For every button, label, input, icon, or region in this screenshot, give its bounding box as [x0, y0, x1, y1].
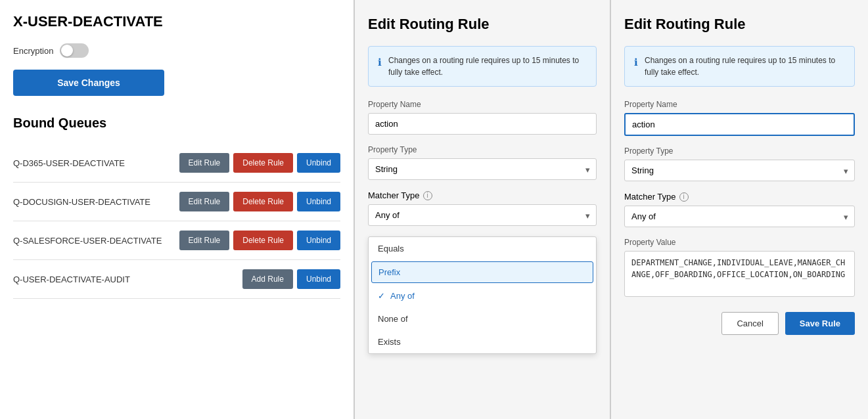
matcher-type-label-row: Matcher Type i: [624, 192, 855, 202]
matcher-info-icon[interactable]: i: [679, 192, 689, 202]
encryption-toggle[interactable]: [60, 43, 89, 58]
matcher-dropdown-menu: Equals Prefix ✓ Any of None of Exists: [368, 236, 597, 354]
add-rule-button[interactable]: Add Rule: [242, 269, 293, 289]
matcher-type-label-row: Matcher Type i: [368, 190, 597, 200]
queue-row: Q-SALESFORCE-USER-DEACTIVATE Edit Rule D…: [13, 221, 340, 260]
edit-rule-button[interactable]: Edit Rule: [179, 231, 230, 250]
matcher-type-label: Matcher Type: [624, 192, 676, 202]
dropdown-item-label: Any of: [390, 291, 415, 301]
property-type-select[interactable]: String: [368, 158, 597, 180]
dropdown-item-label: Prefix: [378, 267, 400, 277]
property-type-label: Property Type: [624, 146, 855, 156]
dropdown-item-anyof[interactable]: ✓ Any of: [369, 284, 596, 307]
info-icon: ℹ: [378, 55, 382, 70]
property-name-label: Property Name: [624, 100, 855, 109]
page-title: X-USER-DEACTIVATE: [13, 13, 340, 30]
bound-queues-title: Bound Queues: [13, 116, 340, 131]
matcher-type-select[interactable]: Any of: [368, 204, 597, 226]
check-icon: ✓: [378, 291, 385, 301]
property-type-select[interactable]: String: [624, 160, 855, 181]
toggle-thumb: [61, 45, 73, 56]
queue-buttons: Edit Rule Delete Rule Unbind: [179, 231, 340, 250]
queue-row: Q-USER-DEACTIVATE-AUDIT Add Rule Unbind: [13, 260, 340, 299]
property-name-label: Property Name: [368, 100, 597, 109]
toggle-track: [60, 43, 89, 58]
dropdown-item-label: None of: [378, 314, 408, 324]
delete-rule-button[interactable]: Delete Rule: [233, 153, 293, 173]
right-panel: Edit Routing Rule ℹ Changes on a routing…: [611, 0, 868, 419]
property-type-label: Property Type: [368, 145, 597, 154]
middle-panel-title: Edit Routing Rule: [368, 16, 597, 33]
dropdown-item-exists[interactable]: Exists: [369, 330, 596, 353]
info-text: Changes on a routing rule requires up to…: [645, 55, 845, 78]
property-value-label: Property Value: [624, 238, 855, 247]
delete-rule-button[interactable]: Delete Rule: [233, 231, 293, 250]
encryption-label: Encryption: [13, 46, 53, 56]
property-value-textarea[interactable]: DEPARTMENT_CHANGE,INDIVIDUAL_LEAVE,MANAG…: [624, 251, 855, 297]
edit-rule-button[interactable]: Edit Rule: [179, 153, 230, 173]
matcher-type-select-wrapper: Any of ▾: [368, 204, 597, 226]
queue-name: Q-DOCUSIGN-USER-DEACTIVATE: [13, 197, 179, 207]
info-box: ℹ Changes on a routing rule requires up …: [368, 46, 597, 87]
info-text: Changes on a routing rule requires up to…: [388, 55, 587, 78]
dropdown-item-label: Exists: [378, 337, 401, 347]
queue-name: Q-USER-DEACTIVATE-AUDIT: [13, 275, 242, 284]
edit-rule-button[interactable]: Edit Rule: [179, 192, 230, 211]
queue-buttons: Edit Rule Delete Rule Unbind: [179, 153, 340, 173]
save-rule-button[interactable]: Save Rule: [785, 312, 855, 335]
info-box: ℹ Changes on a routing rule requires up …: [624, 46, 855, 87]
dropdown-item-prefix[interactable]: Prefix: [371, 261, 593, 283]
matcher-type-select[interactable]: Any of: [624, 206, 855, 227]
dropdown-item-label: Equals: [378, 244, 404, 254]
unbind-button[interactable]: Unbind: [297, 231, 340, 250]
encryption-row: Encryption: [13, 43, 340, 58]
queue-buttons: Edit Rule Delete Rule Unbind: [179, 192, 340, 211]
unbind-button[interactable]: Unbind: [297, 269, 340, 289]
info-icon: ℹ: [634, 55, 638, 70]
property-name-input[interactable]: [368, 113, 597, 135]
property-name-input[interactable]: [624, 113, 855, 136]
queue-buttons: Add Rule Unbind: [242, 269, 340, 289]
property-type-select-wrapper: String ▾: [624, 160, 855, 181]
property-type-select-wrapper: String ▾: [368, 158, 597, 180]
dropdown-item-equals[interactable]: Equals: [369, 237, 596, 260]
queue-name: Q-D365-USER-DEACTIVATE: [13, 158, 179, 168]
matcher-info-icon[interactable]: i: [423, 191, 432, 200]
cancel-button[interactable]: Cancel: [721, 312, 778, 335]
matcher-type-label: Matcher Type: [368, 190, 420, 200]
queue-row: Q-D365-USER-DEACTIVATE Edit Rule Delete …: [13, 144, 340, 183]
delete-rule-button[interactable]: Delete Rule: [233, 192, 293, 211]
queue-row: Q-DOCUSIGN-USER-DEACTIVATE Edit Rule Del…: [13, 183, 340, 221]
queue-name: Q-SALESFORCE-USER-DEACTIVATE: [13, 236, 179, 246]
unbind-button[interactable]: Unbind: [297, 153, 340, 173]
unbind-button[interactable]: Unbind: [297, 192, 340, 211]
action-buttons: Cancel Save Rule: [624, 312, 855, 335]
save-changes-button[interactable]: Save Changes: [13, 70, 164, 96]
right-panel-title: Edit Routing Rule: [624, 16, 855, 33]
matcher-type-select-wrapper: Any of ▾: [624, 206, 855, 227]
left-panel: X-USER-DEACTIVATE Encryption Save Change…: [0, 0, 355, 419]
dropdown-item-noneof[interactable]: None of: [369, 307, 596, 330]
middle-panel: Edit Routing Rule ℹ Changes on a routing…: [355, 0, 611, 419]
